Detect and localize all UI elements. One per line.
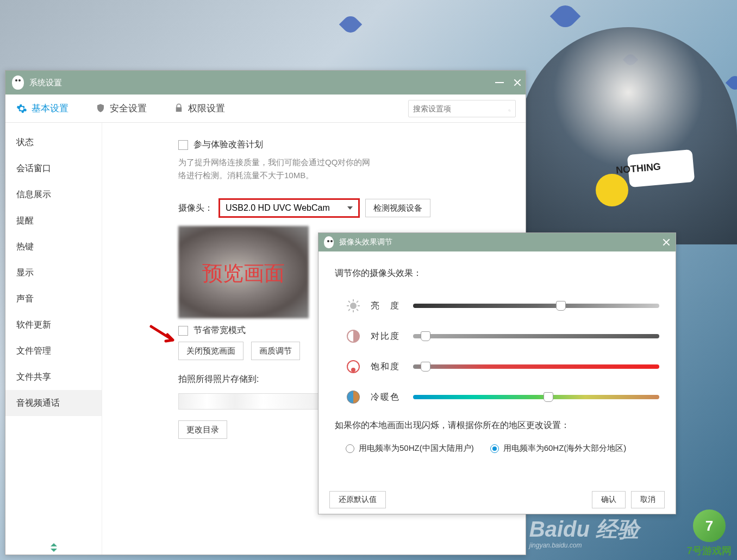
warmth-slider-thumb[interactable] xyxy=(544,392,553,402)
radio-50hz-label: 用电频率为50HZ(中国大陆用户) xyxy=(359,443,474,454)
main-window-title: 系统设置 xyxy=(29,78,62,88)
svg-point-0 xyxy=(509,109,510,111)
checkbox-experience-plan[interactable] xyxy=(178,140,188,150)
radio-50hz[interactable]: 用电频率为50HZ(中国大陆用户) xyxy=(346,443,474,454)
brightness-icon xyxy=(346,298,361,313)
svg-line-1 xyxy=(510,111,510,111)
sidebar-item-file-manage[interactable]: 文件管理 xyxy=(5,338,102,364)
contrast-icon xyxy=(346,329,361,344)
saturation-slider[interactable] xyxy=(413,364,659,369)
sidebar-item-av-call[interactable]: 音视频通话 xyxy=(5,390,102,416)
brightness-slider-thumb[interactable] xyxy=(556,301,566,311)
adjust-window-title: 摄像头效果调节 xyxy=(339,237,392,247)
flicker-description: 如果你的本地画面出现闪烁，请根据你所在的地区更改设置： xyxy=(335,420,659,431)
brightness-slider-row: 亮 度 xyxy=(335,298,659,313)
sidebar-item-chat-window[interactable]: 会话窗口 xyxy=(5,155,102,181)
sidebar-scroll-down-icon[interactable] xyxy=(51,549,57,552)
detect-video-device-button[interactable]: 检测视频设备 xyxy=(365,199,430,217)
sidebar-item-info-display[interactable]: 信息展示 xyxy=(5,181,102,207)
annotation-arrow-icon xyxy=(148,324,181,345)
close-preview-button[interactable]: 关闭预览画面 xyxy=(178,342,243,360)
chevron-down-icon xyxy=(347,206,353,210)
saturation-label: 饱和度 xyxy=(371,361,403,373)
camera-label: 摄像头： xyxy=(178,203,213,214)
saturation-slider-row: 饱和度 xyxy=(335,359,659,374)
shield-icon xyxy=(96,103,105,114)
sidebar-item-hotkey[interactable]: 热键 xyxy=(5,234,102,260)
tab-basic-label: 基本设置 xyxy=(32,102,68,115)
ok-button[interactable]: 确认 xyxy=(592,491,626,508)
warmth-label: 冷暖色 xyxy=(371,392,403,403)
saturation-slider-thumb[interactable] xyxy=(421,362,430,372)
sidebar-item-sound[interactable]: 声音 xyxy=(5,286,102,312)
camera-select-value: USB2.0 HD UVC WebCam xyxy=(226,203,330,213)
minimize-icon[interactable] xyxy=(495,82,504,83)
svg-line-8 xyxy=(357,309,358,311)
qq-penguin-icon xyxy=(12,75,24,90)
settings-sidebar: 状态 会话窗口 信息展示 提醒 热键 显示 声音 软件更新 文件管理 文件共享 … xyxy=(5,123,102,555)
svg-point-2 xyxy=(350,303,357,309)
gear-icon xyxy=(16,103,27,114)
tab-permission[interactable]: 权限设置 xyxy=(174,102,225,115)
sidebar-item-reminder[interactable]: 提醒 xyxy=(5,207,102,234)
radio-icon xyxy=(346,444,354,453)
warmth-icon xyxy=(346,389,361,405)
contrast-label: 对比度 xyxy=(371,331,403,342)
svg-line-7 xyxy=(348,301,350,303)
contrast-slider[interactable] xyxy=(413,334,659,338)
main-titlebar[interactable]: 系统设置 xyxy=(5,71,526,95)
warmth-slider-row: 冷暖色 xyxy=(335,389,659,405)
adjust-titlebar[interactable]: 摄像头效果调节 xyxy=(318,233,676,251)
brightness-label: 亮 度 xyxy=(371,300,403,312)
saturation-icon xyxy=(346,359,361,374)
camera-select[interactable]: USB2.0 HD UVC WebCam xyxy=(218,198,360,218)
lock-icon xyxy=(174,103,184,114)
experience-description: 为了提升网络连接质量，我们可能会通过QQ对你的网络进行检测。消耗流量不大于10M… xyxy=(178,156,374,182)
svg-line-10 xyxy=(357,301,358,303)
warmth-slider[interactable] xyxy=(413,395,659,399)
search-box[interactable] xyxy=(408,100,516,117)
change-directory-button[interactable]: 更改目录 xyxy=(178,420,227,439)
sidebar-item-status[interactable]: 状态 xyxy=(5,129,102,155)
settings-tab-bar: 基本设置 安全设置 权限设置 xyxy=(5,95,526,123)
sidebar-item-display[interactable]: 显示 xyxy=(5,260,102,286)
brightness-slider[interactable] xyxy=(413,304,659,308)
photo-path-input[interactable] xyxy=(178,393,320,410)
close-icon[interactable] xyxy=(663,238,670,246)
sidebar-scroll-up-icon[interactable] xyxy=(51,543,57,546)
cancel-button[interactable]: 取消 xyxy=(631,491,665,508)
tab-basic[interactable]: 基本设置 xyxy=(16,102,68,115)
reset-defaults-button[interactable]: 还原默认值 xyxy=(329,491,386,508)
radio-60hz[interactable]: 用电频率为60HZ(海外大部分地区) xyxy=(490,443,627,454)
checkbox-bandwidth-label: 节省带宽模式 xyxy=(193,325,246,336)
sidebar-item-file-share[interactable]: 文件共享 xyxy=(5,364,102,390)
svg-point-13 xyxy=(351,368,355,372)
contrast-slider-thumb[interactable] xyxy=(421,331,430,341)
preview-overlay-text: 预览画面 xyxy=(178,260,309,287)
search-input[interactable] xyxy=(413,104,508,113)
radio-icon xyxy=(490,444,499,453)
radio-60hz-label: 用电频率为60HZ(海外大部分地区) xyxy=(503,443,627,454)
tab-security-label: 安全设置 xyxy=(110,102,147,115)
camera-preview: 预览画面 xyxy=(178,226,309,318)
checkbox-experience-label: 参与体验改善计划 xyxy=(193,139,263,150)
tab-permission-label: 权限设置 xyxy=(188,102,225,115)
sidebar-item-software-update[interactable]: 软件更新 xyxy=(5,312,102,338)
contrast-slider-row: 对比度 xyxy=(335,329,659,344)
svg-line-9 xyxy=(348,309,350,311)
qq-penguin-icon xyxy=(324,236,334,248)
close-icon[interactable] xyxy=(514,79,521,86)
adjust-heading: 调节你的摄像头效果： xyxy=(335,268,659,279)
search-icon[interactable] xyxy=(508,104,511,113)
quality-adjust-button[interactable]: 画质调节 xyxy=(251,342,300,360)
tab-security[interactable]: 安全设置 xyxy=(96,102,147,115)
camera-adjust-window: 摄像头效果调节 调节你的摄像头效果： 亮 度 对比度 xyxy=(318,232,676,514)
